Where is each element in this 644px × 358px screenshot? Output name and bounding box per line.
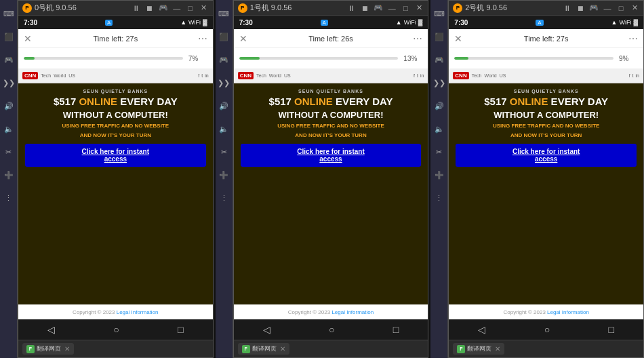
gamepad-icon-2[interactable]: 🎮 [432, 53, 446, 66]
game-btn-0[interactable]: 🎮 [159, 3, 168, 13]
ad-desc2-1: AND NOW IT'S YOUR TURN [241, 132, 422, 139]
browser-close-2[interactable]: ✕ [454, 33, 462, 44]
loading-bar-1 [239, 57, 260, 60]
close-btn-2[interactable]: ✕ [630, 3, 639, 13]
tab-item-2[interactable]: F 翻译网页 ✕ [453, 343, 504, 355]
scissors-icon-2[interactable]: ✂ [432, 145, 446, 159]
title-bar-2: P 2号机 9.0.56 ⏸ ⏹ 🎮 — □ ✕ [449, 1, 643, 16]
browser-close-1[interactable]: ✕ [239, 33, 247, 44]
stop-btn-1[interactable]: ⏹ [360, 3, 369, 13]
recent-btn-2[interactable]: □ [608, 324, 613, 335]
tab-label-0: 翻译网页 [37, 344, 61, 353]
timer-menu-0[interactable]: ⋯ [198, 33, 207, 44]
pause-btn-0[interactable]: ⏸ [132, 3, 141, 13]
expand-icon-2[interactable]: ❯❯ [432, 76, 446, 90]
cnn-logo-2: CNN [453, 72, 468, 79]
game-btn-2[interactable]: 🎮 [589, 3, 599, 13]
copyright-bar-2: Copyright © 2023 Legal Information [449, 304, 643, 319]
title-text-2: 2号机 9.0.56 [465, 3, 507, 13]
close-btn-1[interactable]: ✕ [414, 3, 424, 13]
legal-link-0[interactable]: Legal Information [117, 309, 159, 315]
legal-link-2[interactable]: Legal Information [547, 309, 589, 315]
title-bar-1: P 1号机 9.0.56 ⏸ ⏹ 🎮 — □ ✕ [234, 1, 428, 16]
ad-price-2: $517 [484, 96, 510, 107]
loading-percent-1: 13% [403, 55, 422, 62]
volume-icon-2[interactable]: 🔈 [432, 122, 446, 136]
speaker-icon-1[interactable]: 🔊 [217, 99, 230, 113]
tab-bar-1: F 翻译网页 ✕ [234, 340, 428, 357]
ad-title-line2-1: WITHOUT A COMPUTER! [241, 111, 422, 120]
volume-icon-1[interactable]: 🔈 [217, 122, 230, 136]
add-icon-1[interactable]: ➕ [217, 168, 230, 182]
dots-icon-2[interactable]: ⋮ [432, 191, 446, 205]
ad-cta-0[interactable]: Click here for instant access [25, 144, 206, 167]
ad-desc1-2: USING FREE TRAFFIC AND NO WEBSITE [456, 123, 637, 130]
dots-icon-1[interactable]: ⋮ [217, 191, 230, 205]
speaker-icon[interactable]: 🔊 [2, 99, 16, 113]
game-btn-1[interactable]: 🎮 [374, 3, 383, 13]
min-btn-2[interactable]: — [603, 3, 612, 13]
add-icon[interactable]: ➕ [2, 168, 16, 182]
keyboard-icon-1[interactable]: ⌨ [217, 7, 230, 20]
keyboard-icon[interactable]: ⌨ [2, 7, 16, 20]
legal-link-1[interactable]: Legal Information [331, 309, 374, 315]
home-btn-1[interactable]: ○ [329, 324, 334, 335]
min-btn-0[interactable]: — [172, 3, 182, 13]
device-2-container: ⌨ ⬛ 🎮 ❯❯ 🔊 🔈 ✂ ➕ ⋮ P 2号机 9.0.56 ⏸ ⏹ 🎮 [430, 0, 644, 358]
ad-title-line2-0: WITHOUT A COMPUTER! [25, 111, 206, 120]
stop-icon-2[interactable]: ⬛ [432, 30, 446, 43]
timer-text-1: Time left: 26s [308, 35, 353, 43]
gamepad-icon-1[interactable]: 🎮 [217, 53, 230, 66]
stop-btn-0[interactable]: ⏹ [145, 3, 155, 13]
browser-close-0[interactable]: ✕ [24, 33, 32, 44]
stop-btn-2[interactable]: ⏹ [576, 3, 585, 13]
phone-screen-2: 7:30 A ▲ WiFi ▓ ✕ Time left: 27s ⋯ [449, 16, 643, 357]
pause-btn-2[interactable]: ⏸ [562, 3, 571, 13]
stop-icon-1[interactable]: ⬛ [217, 30, 230, 43]
recent-btn-0[interactable]: □ [178, 324, 183, 335]
stop-icon[interactable]: ⬛ [2, 30, 16, 43]
max-btn-1[interactable]: □ [401, 3, 410, 13]
ad-cta-1[interactable]: Click here for instant access [241, 144, 422, 167]
status-badge-2: A [536, 20, 543, 26]
tab-label-1: 翻译网页 [252, 344, 277, 353]
app-icon-2: P [453, 3, 462, 13]
scissors-icon-1[interactable]: ✂ [217, 145, 230, 159]
tab-item-0[interactable]: F 翻译网页 ✕ [22, 343, 74, 355]
timer-menu-2[interactable]: ⋯ [628, 33, 638, 44]
ad-title-line2-2: WITHOUT A COMPUTER! [456, 111, 637, 120]
recent-btn-1[interactable]: □ [393, 324, 399, 335]
ad-subtitle-1: SEUN QUIETLY BANKS [241, 89, 422, 94]
tab-item-1[interactable]: F 翻译网页 ✕ [238, 343, 289, 355]
pause-btn-1[interactable]: ⏸ [346, 3, 356, 13]
expand-icon[interactable]: ❯❯ [2, 76, 16, 90]
status-bar-0: 7:30 A ▲ WiFi ▓ [18, 16, 213, 29]
volume-icon[interactable]: 🔈 [2, 122, 16, 136]
gamepad-icon[interactable]: 🎮 [2, 53, 16, 66]
scissors-icon[interactable]: ✂ [2, 145, 16, 159]
back-btn-2[interactable]: ◁ [478, 324, 485, 335]
max-btn-0[interactable]: □ [186, 3, 195, 13]
close-btn-0[interactable]: ✕ [199, 3, 209, 13]
back-btn-1[interactable]: ◁ [263, 324, 270, 335]
timer-menu-1[interactable]: ⋯ [413, 33, 422, 44]
max-btn-2[interactable]: □ [616, 3, 626, 13]
back-btn-0[interactable]: ◁ [47, 324, 55, 335]
speaker-icon-2[interactable]: 🔊 [432, 99, 446, 113]
min-btn-1[interactable]: — [387, 3, 397, 13]
cnn-bar-1: CNN Tech World US f t in [234, 68, 428, 83]
tab-favicon-0: F [26, 345, 35, 353]
tab-close-1[interactable]: ✕ [280, 345, 285, 353]
ad-cta-2[interactable]: Click here for instant access [456, 144, 637, 167]
dots-icon[interactable]: ⋮ [2, 191, 16, 205]
tab-close-2[interactable]: ✕ [495, 345, 500, 353]
emulator-panel: ⌨ ⬛ 🎮 ❯❯ 🔊 🔈 ✂ ➕ ⋮ P 0号机 9.0.56 ⏸ ⏹ 🎮 [0, 0, 644, 358]
home-btn-0[interactable]: ○ [113, 324, 119, 335]
home-btn-2[interactable]: ○ [544, 324, 550, 335]
status-time-2: 7:30 [454, 19, 468, 26]
expand-icon-1[interactable]: ❯❯ [217, 76, 230, 90]
keyboard-icon-2[interactable]: ⌨ [432, 7, 446, 20]
tab-close-0[interactable]: ✕ [64, 345, 70, 353]
app-icon-1: P [238, 3, 247, 13]
add-icon-2[interactable]: ➕ [432, 168, 446, 182]
